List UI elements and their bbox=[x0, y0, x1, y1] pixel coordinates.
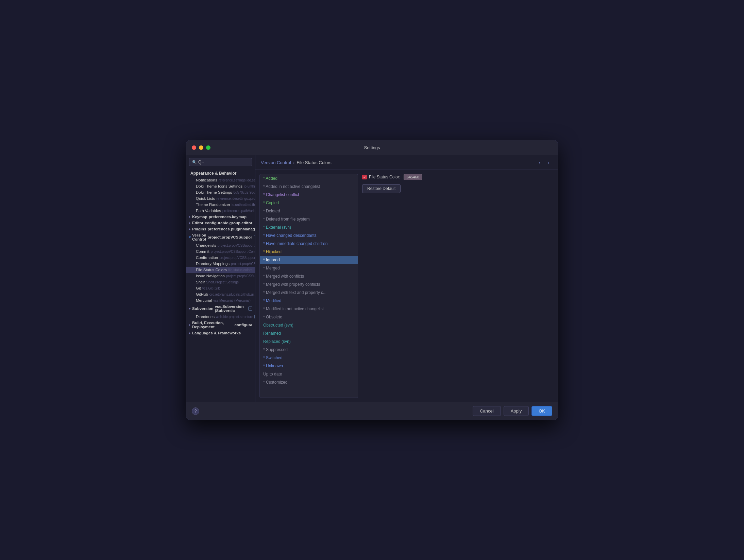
sidebar-item-file-status-colors[interactable]: File Status Colors file.status.colors bbox=[186, 267, 255, 273]
apply-button[interactable]: Apply bbox=[504, 406, 529, 416]
file-list-item[interactable]: * Modified in not active changelist bbox=[260, 305, 358, 313]
file-list-item[interactable]: * Added in not active changelist bbox=[260, 182, 358, 191]
sidebar-item-path-variables[interactable]: Path Variables preferences.pathVariable bbox=[186, 208, 255, 214]
file-list-item[interactable]: Obstructed (svn) bbox=[260, 321, 358, 329]
file-list-item[interactable]: * Copied bbox=[260, 199, 358, 207]
sidebar-item-id: file.status.colors bbox=[228, 268, 253, 272]
color-swatch[interactable]: 645468 bbox=[404, 174, 422, 180]
search-input[interactable] bbox=[198, 160, 249, 164]
sidebar-item-id: reference.idesettings.quicklis bbox=[216, 197, 255, 200]
file-list-item[interactable]: * External (svn) bbox=[260, 223, 358, 231]
file-item-label: * Merged bbox=[263, 266, 280, 270]
file-list-item[interactable]: * Obsolete bbox=[260, 313, 358, 321]
file-list-item[interactable]: Replaced (svn) bbox=[260, 337, 358, 346]
sidebar-item-label: File Status Colors bbox=[196, 268, 227, 272]
sidebar-item-label: Git bbox=[196, 286, 201, 290]
sidebar-item-label: Doki Theme Icons Settings bbox=[196, 184, 242, 188]
sidebar-item-label: Theme Randomizer bbox=[196, 203, 230, 207]
file-list-item[interactable]: * Hijacked bbox=[260, 248, 358, 256]
back-button[interactable]: ‹ bbox=[536, 159, 543, 166]
file-item-label: * Suppressed bbox=[263, 347, 288, 352]
sidebar-item-notifications[interactable]: Notifications reference.settings.ide.set… bbox=[186, 177, 255, 183]
minimize-button[interactable] bbox=[199, 145, 203, 150]
sidebar-group-version-control[interactable]: ▾Version Control project.propVCSSuppor≡ bbox=[186, 232, 255, 242]
sidebar-item-commit[interactable]: Commit project.propVCSSupport.Commi≡ bbox=[186, 248, 255, 255]
forward-button[interactable]: › bbox=[545, 159, 552, 166]
file-list-item[interactable]: Up to date bbox=[260, 370, 358, 378]
search-icon: 🔍 bbox=[192, 160, 197, 164]
sidebar-group-keymap[interactable]: ▸Keymap preferences.keymap bbox=[186, 214, 255, 220]
file-list-item[interactable]: * Unknown bbox=[260, 362, 358, 370]
file-list-item[interactable]: * Ignored bbox=[260, 256, 358, 264]
file-list-item[interactable]: * Have immediate changed children bbox=[260, 240, 358, 248]
checkbox-wrapper: ✓ File Status Color: bbox=[362, 175, 400, 179]
sidebar-item-id: project.propVCSSupport.C bbox=[218, 244, 255, 247]
sidebar-item-directory-mappings[interactable]: Directory Mappings project.propVCS≡ bbox=[186, 261, 255, 267]
sidebar-group-build,-execution,-deployment[interactable]: ▸Build, Execution, Deployment configura bbox=[186, 320, 255, 330]
nav-arrows: ‹ › bbox=[536, 159, 552, 166]
file-list-item[interactable]: * Changelist conflict bbox=[260, 191, 358, 199]
sidebar-group-label: Version Control bbox=[192, 233, 206, 241]
sidebar-item-git[interactable]: Git vcs.Git (Git) bbox=[186, 285, 255, 291]
sidebar-item-changelists[interactable]: Changelists project.propVCSSupport.C≡ bbox=[186, 242, 255, 248]
close-button[interactable] bbox=[192, 145, 196, 150]
settings-box-icon: ≡ bbox=[248, 307, 252, 311]
sidebar-item-id: Shelf.Project.Settings bbox=[206, 280, 239, 284]
sidebar-item-label: Commit bbox=[196, 249, 209, 253]
search-box[interactable]: 🔍 bbox=[189, 158, 252, 166]
file-item-label: * Copied bbox=[263, 200, 279, 205]
sidebar-item-doki-theme-settings[interactable]: Doki Theme Settings 0d570cb2-96df-4 bbox=[186, 189, 255, 195]
file-list-item[interactable]: * Merged with property conflicts bbox=[260, 280, 358, 288]
sidebar-item-label: Notifications bbox=[196, 178, 217, 182]
file-item-label: * Added in not active changelist bbox=[263, 184, 320, 189]
chevron-right-icon: ▸ bbox=[189, 221, 191, 225]
sidebar-group-languages-&-frameworks[interactable]: ▸Languages & Frameworks bbox=[186, 330, 255, 336]
file-list-item[interactable]: * Deleted from file system bbox=[260, 215, 358, 223]
ok-button[interactable]: OK bbox=[531, 406, 552, 416]
help-button[interactable]: ? bbox=[192, 407, 199, 415]
sidebar-item-quick-lists[interactable]: Quick Lists reference.idesettings.quickl… bbox=[186, 195, 255, 202]
file-list-item[interactable]: * Deleted bbox=[260, 207, 358, 215]
sidebar-group-label: Editor bbox=[192, 221, 203, 225]
file-list-item[interactable]: * Customized bbox=[260, 378, 358, 386]
sidebar-item-issue-navigation[interactable]: Issue Navigation project.propVCSSup≡ bbox=[186, 273, 255, 279]
file-list-item[interactable]: * Have changed descendants bbox=[260, 231, 358, 240]
file-list-item[interactable]: * Merged bbox=[260, 264, 358, 272]
sidebar-item-directories[interactable]: Directories web-ide.project.structure≡ bbox=[186, 314, 255, 320]
cancel-button[interactable]: Cancel bbox=[473, 406, 501, 416]
file-list-item[interactable]: * Switched bbox=[260, 354, 358, 362]
sidebar-group-subversion[interactable]: ▸Subversion vcs.Subversion (Subversic≡ bbox=[186, 303, 255, 314]
maximize-button[interactable] bbox=[206, 145, 210, 150]
file-item-label: * Customized bbox=[263, 380, 287, 385]
file-list-item[interactable]: * Added bbox=[260, 174, 358, 182]
file-list-item[interactable]: * Merged with conflicts bbox=[260, 272, 358, 280]
sidebar-item-doki-theme-icons-settings[interactable]: Doki Theme Icons Settings io.unthrottl bbox=[186, 183, 255, 189]
sidebar-item-confirmation[interactable]: Confirmation project.propVCSSupport≡ bbox=[186, 255, 255, 261]
file-list-item[interactable]: * Suppressed bbox=[260, 346, 358, 354]
restore-default-button[interactable]: Restore Default bbox=[362, 184, 401, 193]
sidebar-group-plugins[interactable]: ▸Plugins preferences.pluginManager≡ bbox=[186, 226, 255, 232]
file-list-item[interactable]: Renamed bbox=[260, 329, 358, 337]
sidebar-item-label: Issue Navigation bbox=[196, 274, 225, 278]
sidebar-item-id: configurable.group.editor bbox=[205, 221, 252, 225]
sidebar-item-shelf[interactable]: Shelf Shelf.Project.Settings bbox=[186, 279, 255, 285]
color-label: File Status Color: bbox=[369, 175, 400, 179]
action-buttons: Cancel Apply OK bbox=[473, 406, 552, 416]
file-item-label: * Merged with text and property c... bbox=[263, 290, 326, 295]
sidebar-item-label: Changelists bbox=[196, 243, 216, 247]
file-list-item[interactable]: * Modified bbox=[260, 297, 358, 305]
file-list-item[interactable]: * Merged with text and property c... bbox=[260, 288, 358, 297]
sidebar-item-label: Doki Theme Settings bbox=[196, 190, 232, 194]
sidebar-item-github[interactable]: GitHub org.jetbrains.plugins.github.ui.C… bbox=[186, 291, 255, 297]
breadcrumb-parent[interactable]: Version Control bbox=[261, 160, 291, 165]
sidebar-item-mercurial[interactable]: Mercurial vcs.Mercurial (Mercurial) bbox=[186, 297, 255, 303]
sidebar-group-editor[interactable]: ▸Editor configurable.group.editor bbox=[186, 220, 255, 226]
sidebar-item-id: vcs.Subversion (Subversic bbox=[215, 304, 247, 313]
sidebar-item-id: web-ide.project.structure bbox=[216, 315, 253, 319]
settings-box-icon: ≡ bbox=[254, 315, 255, 319]
sidebar-item-id: preferences.keymap bbox=[209, 215, 247, 219]
file-items-container: * Added* Added in not active changelist*… bbox=[260, 174, 358, 386]
color-checkbox[interactable]: ✓ bbox=[362, 175, 367, 179]
sidebar-item-label: Mercurial bbox=[196, 298, 212, 302]
sidebar-item-theme-randomizer[interactable]: Theme Randomizer io.unthrottled.them bbox=[186, 202, 255, 208]
